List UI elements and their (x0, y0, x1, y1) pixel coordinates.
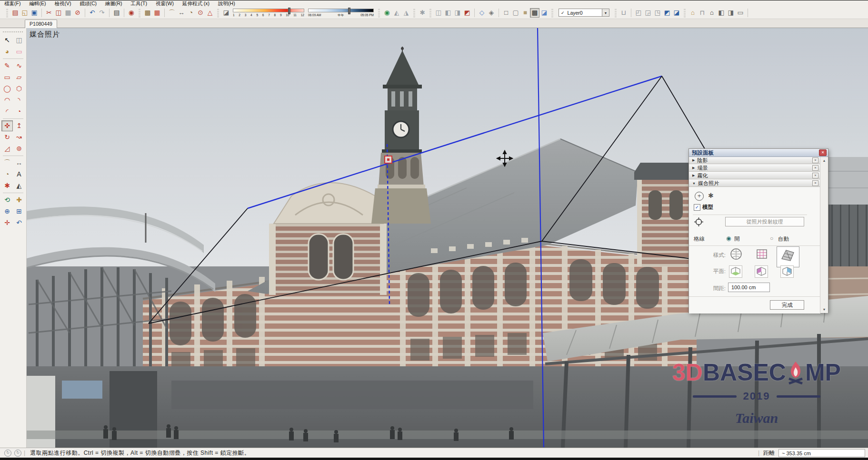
scale-icon[interactable]: ◿ (1, 143, 13, 154)
dimension-icon[interactable]: ↔ (177, 8, 186, 18)
make-component-icon[interactable]: ◫ (13, 35, 25, 46)
toolbar-drag-handle[interactable] (684, 9, 686, 17)
project-textures-button[interactable]: 從照片投射紋理 (725, 217, 804, 226)
layer-dropdown[interactable]: ✓ Layer0 ▼ (559, 9, 609, 17)
menu-tools[interactable]: 工具(T) (127, 0, 151, 7)
new-icon[interactable]: ▤ (10, 8, 20, 18)
text-tool-icon[interactable]: A (13, 169, 25, 180)
scroll-up-icon[interactable]: ▲ (820, 159, 828, 162)
solid-subtract-icon[interactable]: ◲ (643, 8, 653, 18)
copy-icon[interactable]: ◫ (54, 8, 63, 18)
toolbar-drag-handle[interactable] (378, 9, 380, 17)
view-right-icon[interactable]: ◧ (717, 8, 726, 18)
tray-section-fog[interactable]: ▶ 霧化 ✕ (689, 172, 820, 179)
geolocation-status-icon[interactable]: ↻ (4, 450, 11, 457)
tray-section-match-photo[interactable]: ▼ 媒合照片 ✕ (689, 180, 820, 187)
view-left-icon[interactable]: ◨ (726, 8, 736, 18)
arc-icon[interactable]: ◠ (1, 95, 13, 106)
erase-icon[interactable]: ⊘ (73, 8, 82, 18)
zoom-icon[interactable]: ⊕ (1, 206, 13, 217)
texture-cube-icon[interactable]: ▩ (143, 8, 152, 18)
rotate-icon[interactable]: ↻ (1, 132, 13, 143)
axes-flag-icon[interactable]: △ (205, 8, 215, 18)
protractor-icon[interactable]: ◔ (186, 8, 196, 18)
pie-icon[interactable]: ◔ (13, 106, 25, 117)
circle-icon[interactable]: ◯ (1, 83, 13, 94)
back-edges-style-icon[interactable]: ◈ (487, 8, 496, 18)
view-front-icon[interactable]: ⌂ (707, 8, 717, 18)
look-around-icon[interactable]: ⊙ (196, 8, 205, 18)
previous-view-icon[interactable]: ↶ (13, 217, 25, 228)
open-icon[interactable]: ◱ (20, 8, 30, 18)
dimension-tool-icon[interactable]: ↔ (13, 157, 25, 168)
tape-measure-icon[interactable]: ⌒ (167, 8, 177, 18)
shadow-month-slider[interactable]: 123456789101112 (233, 8, 304, 18)
section-display-icon[interactable]: ◧ (443, 8, 453, 18)
freehand-icon[interactable]: ∿ (13, 60, 25, 71)
toolbar-drag-handle[interactable] (413, 9, 415, 17)
section-close-icon[interactable]: ✕ (812, 180, 818, 186)
zoom-extents-icon[interactable]: ✛ (1, 217, 13, 228)
hidden-line-style-icon[interactable]: ▢ (511, 8, 520, 18)
solid-split-icon[interactable]: ◪ (672, 8, 681, 18)
section-fill-icon[interactable]: ◩ (462, 8, 472, 18)
two-point-arc-icon[interactable]: ◝ (13, 95, 25, 106)
follow-me-icon[interactable]: ↝ (13, 132, 25, 143)
push-pull-icon[interactable]: ↥ (13, 120, 25, 131)
wireframe-style-icon[interactable]: □ (501, 8, 511, 18)
view-top-icon[interactable]: ⊓ (698, 8, 707, 18)
shadows-toggle-icon[interactable]: ◪ (221, 8, 231, 18)
add-photo-icon[interactable]: + (695, 192, 704, 201)
solid-trim-icon[interactable]: ◳ (653, 8, 662, 18)
menu-file[interactable]: 檔案(F) (0, 0, 25, 7)
plane-front-icon[interactable] (780, 265, 794, 278)
toolbar-drag-handle[interactable] (615, 9, 617, 17)
grid-style-inside-icon[interactable] (729, 247, 743, 261)
toolbar-drag-handle[interactable] (429, 9, 431, 17)
tray-scrollbar[interactable]: ▲ ▼ (820, 157, 828, 313)
menu-window[interactable]: 視窗(W) (151, 0, 178, 7)
add-location-icon[interactable]: ◉ (382, 8, 392, 18)
plane-floor-icon[interactable] (729, 265, 742, 278)
palette-drag-handle[interactable] (3, 30, 23, 33)
menu-edit[interactable]: 編輯(E) (25, 0, 50, 7)
line-icon[interactable]: ✎ (1, 60, 13, 71)
tray-title-bar[interactable]: 預設面板 ✕ (689, 149, 828, 157)
toolbar-drag-handle[interactable] (551, 9, 553, 17)
scale-figure-icon[interactable]: ◮ (401, 8, 411, 18)
shaded-style-icon[interactable]: ■ (520, 8, 530, 18)
3d-text-icon[interactable]: ◭ (13, 180, 25, 191)
toolbar-drag-handle[interactable] (6, 9, 8, 17)
solid-intersect-icon[interactable]: ◩ (662, 8, 672, 18)
tray-close-icon[interactable]: ✕ (819, 149, 827, 156)
grid-auto-radio[interactable]: ○ (770, 235, 773, 242)
credits-status-icon[interactable]: ↻ (14, 450, 21, 457)
rectangle-icon[interactable]: ▭ (1, 72, 13, 83)
shaded-textures-style-icon[interactable]: ▩ (530, 8, 539, 18)
tray-section-shadows[interactable]: ▶ 陰影 ✕ (689, 157, 820, 164)
paint-bucket-icon[interactable]: ◕ (1, 46, 13, 57)
edit-matched-photo-icon[interactable] (694, 217, 703, 226)
model-info-icon[interactable]: ◉ (127, 8, 136, 18)
eraser-icon[interactable]: ▭ (13, 46, 25, 57)
menu-camera[interactable]: 鏡頭(C) (75, 0, 101, 7)
settings-icon[interactable]: ✱ (418, 8, 427, 18)
paste-icon[interactable]: ▦ (63, 8, 73, 18)
section-cut-icon[interactable]: ◨ (453, 8, 462, 18)
tape-measure-tool-icon[interactable]: ⌒ (1, 157, 13, 168)
grid-spacing-input[interactable]: 100.00 cm (728, 283, 770, 292)
monochrome-style-icon[interactable]: ◪ (539, 8, 549, 18)
orbit-icon[interactable]: ⟲ (1, 195, 13, 206)
move-icon[interactable]: ✜ (1, 120, 13, 131)
shadow-time-thumb[interactable] (348, 8, 350, 14)
undo-icon[interactable]: ↶ (88, 8, 97, 18)
zoom-window-icon[interactable]: ⊞ (13, 206, 25, 217)
grid-style-outside-icon[interactable] (755, 247, 769, 261)
offset-icon[interactable]: ⊚ (13, 143, 25, 154)
view-back-icon[interactable]: ▭ (736, 8, 745, 18)
rotated-rectangle-icon[interactable]: ▱ (13, 72, 25, 83)
layer-dropdown-arrow-icon[interactable]: ▼ (602, 9, 609, 17)
polygon-icon[interactable]: ⬡ (13, 83, 25, 94)
shadow-month-thumb[interactable] (288, 8, 290, 14)
toggle-terrain-icon[interactable]: ◭ (392, 8, 401, 18)
